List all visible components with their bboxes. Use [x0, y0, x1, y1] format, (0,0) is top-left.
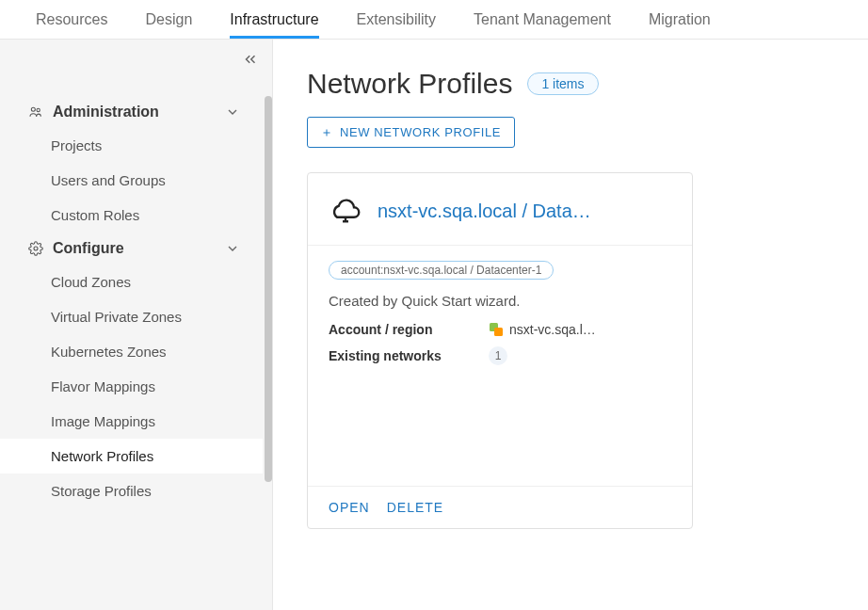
- tab-tenant-management[interactable]: Tenant Management: [474, 11, 611, 38]
- open-button[interactable]: OPEN: [329, 500, 370, 515]
- chevron-down-icon: [225, 241, 240, 256]
- sidebar: Administration Projects Users and Groups…: [0, 40, 273, 610]
- svg-point-1: [37, 108, 40, 111]
- sidebar-item-users-groups[interactable]: Users and Groups: [0, 163, 263, 198]
- sidebar-item-network-profiles[interactable]: Network Profiles: [0, 439, 263, 474]
- network-profile-card: nsxt-vc.sqa.local / Data… account:nsxt-v…: [307, 172, 693, 529]
- account-tag: account:nsxt-vc.sqa.local / Datacenter-1: [329, 261, 554, 280]
- sidebar-item-flavor-mappings[interactable]: Flavor Mappings: [0, 369, 263, 404]
- top-tabs: Resources Design Infrastructure Extensib…: [0, 0, 868, 40]
- tab-extensibility[interactable]: Extensibility: [357, 11, 436, 38]
- sidebar-item-kubernetes-zones[interactable]: Kubernetes Zones: [0, 334, 263, 369]
- sidebar-section-label: Configure: [53, 240, 124, 257]
- sidebar-item-projects[interactable]: Projects: [0, 128, 263, 163]
- gear-icon: [28, 241, 43, 256]
- vsphere-icon: [489, 322, 504, 337]
- existing-networks-label: Existing networks: [329, 348, 489, 363]
- sidebar-scrollbar[interactable]: [265, 96, 272, 501]
- account-region-label: Account / region: [329, 322, 489, 337]
- users-icon: [28, 104, 43, 120]
- svg-point-2: [34, 247, 38, 250]
- existing-networks-count: 1: [489, 346, 507, 365]
- chevron-down-icon: [225, 104, 240, 120]
- tab-migration[interactable]: Migration: [649, 11, 711, 38]
- tab-resources[interactable]: Resources: [36, 11, 107, 38]
- new-button-label: NEW NETWORK PROFILE: [340, 125, 501, 139]
- sidebar-section-configure[interactable]: Configure: [0, 233, 263, 265]
- sidebar-collapse-button[interactable]: [242, 51, 259, 72]
- sidebar-item-virtual-private-zones[interactable]: Virtual Private Zones: [0, 299, 263, 334]
- main-content: Network Profiles 1 items NEW NETWORK PRO…: [273, 40, 868, 610]
- page-title: Network Profiles: [307, 68, 512, 100]
- new-network-profile-button[interactable]: NEW NETWORK PROFILE: [307, 117, 515, 148]
- items-count-badge: 1 items: [527, 72, 598, 95]
- profile-description: Created by Quick Start wizard.: [329, 293, 671, 309]
- cloud-icon: [329, 194, 362, 228]
- svg-rect-8: [494, 328, 503, 336]
- chevron-double-left-icon: [242, 51, 259, 68]
- profile-title-link[interactable]: nsxt-vc.sqa.local / Data…: [378, 201, 591, 222]
- sidebar-section-administration[interactable]: Administration: [0, 96, 263, 128]
- sidebar-section-label: Administration: [53, 104, 159, 120]
- svg-point-0: [31, 107, 35, 111]
- tab-design[interactable]: Design: [145, 11, 192, 38]
- sidebar-item-cloud-zones[interactable]: Cloud Zones: [0, 265, 263, 299]
- account-region-value: nsxt-vc.sqa.l…: [509, 322, 596, 337]
- sidebar-item-image-mappings[interactable]: Image Mappings: [0, 404, 263, 439]
- delete-button[interactable]: DELETE: [387, 500, 443, 515]
- sidebar-item-custom-roles[interactable]: Custom Roles: [0, 198, 263, 233]
- plus-icon: [321, 127, 332, 138]
- sidebar-item-storage-profiles[interactable]: Storage Profiles: [0, 474, 263, 508]
- tab-infrastructure[interactable]: Infrastructure: [230, 11, 318, 38]
